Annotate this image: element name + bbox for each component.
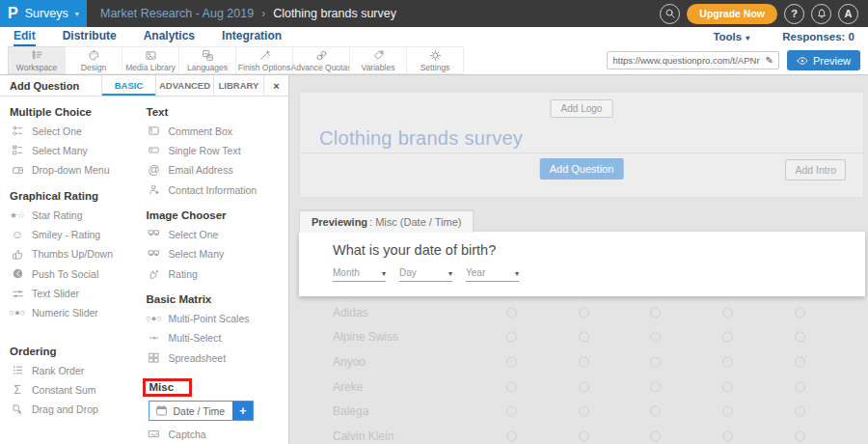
- toolbar-item-settings[interactable]: Settings: [406, 46, 464, 74]
- add-date-time-button[interactable]: +: [232, 402, 253, 420]
- add-logo-button[interactable]: Add Logo: [551, 99, 613, 118]
- radio-button[interactable]: [795, 356, 805, 367]
- qtype-image-select-one[interactable]: Select One: [147, 227, 288, 241]
- radio-button[interactable]: [795, 430, 805, 441]
- qtype-contact-information[interactable]: Contact Information: [147, 182, 288, 197]
- qtype-comment-box[interactable]: Comment Box: [147, 124, 288, 138]
- search-button[interactable]: [660, 4, 680, 24]
- survey-title[interactable]: Clothing brands survey: [319, 127, 523, 150]
- radio-button[interactable]: [579, 356, 589, 367]
- add-intro-button[interactable]: Add Intro: [785, 159, 846, 180]
- qtype-multi-point-scales[interactable]: ○●○Multi-Point Scales: [147, 311, 288, 325]
- toolbar-item-workspace[interactable]: Workspace: [8, 46, 66, 74]
- qtype-single-row-text[interactable]: Single Row Text: [147, 143, 288, 157]
- question-mark-icon: ?: [791, 8, 798, 19]
- radio-button[interactable]: [722, 307, 733, 318]
- qtype-image-rating[interactable]: Rating: [147, 266, 288, 281]
- radio-button[interactable]: [506, 406, 517, 417]
- radio-button[interactable]: [579, 406, 589, 417]
- radio-button[interactable]: [722, 430, 733, 441]
- radio-button[interactable]: [579, 332, 589, 343]
- monitors-icon: [147, 248, 162, 261]
- qtype-star-rating[interactable]: ★☆Star Rating: [10, 208, 147, 222]
- breadcrumb-current: Clothing brands survey: [273, 7, 396, 20]
- user-avatar[interactable]: A: [838, 4, 858, 24]
- qtype-drag-and-drop[interactable]: Drag and Drop: [10, 402, 147, 417]
- radio-button[interactable]: [722, 406, 733, 417]
- qtype-rank-order[interactable]: Rank Order: [10, 363, 147, 377]
- toolbar-item-advance-quotas[interactable]: Advance Quotas: [292, 46, 350, 74]
- tab-basic[interactable]: BASIC: [101, 75, 155, 96]
- product-menu[interactable]: P Surveys ▾: [0, 0, 87, 27]
- radio-button[interactable]: [579, 381, 589, 392]
- radio-button[interactable]: [650, 332, 661, 343]
- radio-button[interactable]: [506, 307, 517, 318]
- toolbar-item-variables[interactable]: Variables: [349, 46, 407, 74]
- radio-button[interactable]: [650, 307, 661, 318]
- qtype-email-address[interactable]: @Email Address: [147, 163, 288, 178]
- magic-wand-icon: [258, 49, 271, 62]
- qtype-date-time[interactable]: Date / Time +: [149, 401, 255, 421]
- radio-button[interactable]: [795, 406, 805, 417]
- radio-button[interactable]: [722, 356, 733, 367]
- radio-button[interactable]: [650, 430, 661, 441]
- breadcrumb-parent-link[interactable]: Market Research - Aug 2019: [100, 7, 254, 20]
- radio-button[interactable]: [506, 430, 517, 441]
- survey-url-input[interactable]: [612, 55, 760, 66]
- year-dropdown[interactable]: Year▾: [466, 267, 519, 282]
- qtype-select-many[interactable]: Select Many: [10, 143, 147, 157]
- qtype-spreadsheet[interactable]: Spreadsheet: [147, 350, 288, 365]
- qtype-numeric-slider[interactable]: ○●○Numeric Slider: [10, 306, 147, 320]
- toolbar-item-finish-options[interactable]: Finish Options: [235, 46, 293, 74]
- tab-distribute[interactable]: Distribute: [63, 27, 117, 46]
- radio-button[interactable]: [795, 307, 805, 318]
- notifications-button[interactable]: [811, 4, 831, 24]
- qtype-thumbs-up-down[interactable]: Thumbs Up/Down: [10, 247, 147, 262]
- radio-button[interactable]: [795, 332, 805, 343]
- qtype-select-one[interactable]: Select One: [10, 124, 147, 138]
- month-dropdown[interactable]: Month▾: [333, 267, 386, 282]
- edit-url-icon[interactable]: ✎: [765, 55, 773, 66]
- toolbar-item-languages[interactable]: Languages: [178, 46, 236, 74]
- day-dropdown[interactable]: Day▾: [399, 267, 452, 282]
- help-button[interactable]: ?: [784, 4, 804, 24]
- toolbar-item-media-library[interactable]: Media Library: [122, 46, 179, 74]
- table-row: Adidas: [299, 300, 865, 325]
- brand-label: Balega: [333, 404, 368, 418]
- tab-library[interactable]: LIBRARY: [213, 75, 263, 96]
- tab-advanced[interactable]: ADVANCED: [155, 75, 213, 96]
- radio-button[interactable]: [650, 356, 661, 367]
- radio-button[interactable]: [722, 381, 733, 392]
- tab-edit[interactable]: Edit: [14, 27, 36, 46]
- radio-button[interactable]: [579, 430, 589, 441]
- tab-integration[interactable]: Integration: [222, 27, 282, 46]
- brand-label: Alpine Swiss: [333, 330, 398, 344]
- qtype-text-slider[interactable]: Text Slider: [10, 286, 147, 300]
- radio-button[interactable]: [579, 307, 589, 318]
- thumb-icon: [10, 248, 25, 261]
- preview-button[interactable]: Preview: [787, 50, 860, 70]
- qtype-multi-select[interactable]: ▫▪▫Multi-Select: [147, 331, 288, 346]
- radio-button[interactable]: [506, 332, 517, 343]
- radio-button[interactable]: [795, 381, 805, 392]
- close-panel-button[interactable]: ×: [263, 75, 288, 96]
- tab-analytics[interactable]: Analytics: [144, 27, 195, 46]
- radio-button[interactable]: [650, 406, 661, 417]
- divider: [300, 153, 863, 153]
- section-title: Image Chooser: [147, 209, 288, 221]
- responses-count[interactable]: Responses: 0: [782, 31, 854, 42]
- qtype-push-to-social[interactable]: Push To Social: [10, 266, 147, 281]
- qtype-smiley-rating[interactable]: ☺Smiley - Rating: [10, 227, 147, 241]
- qtype-captcha[interactable]: Captcha: [147, 427, 288, 441]
- add-question-button[interactable]: Add Question: [540, 158, 624, 180]
- qtype-constant-sum[interactable]: ΣConstant Sum: [10, 382, 147, 397]
- radio-button[interactable]: [506, 356, 517, 367]
- qtype-dropdown-menu[interactable]: Drop-down Menu: [10, 163, 147, 178]
- qtype-image-select-many[interactable]: Select Many: [147, 247, 288, 262]
- radio-button[interactable]: [650, 381, 661, 392]
- toolbar-item-design[interactable]: Design: [65, 46, 122, 74]
- tools-menu[interactable]: Tools▾: [713, 31, 749, 42]
- radio-button[interactable]: [506, 381, 517, 392]
- upgrade-now-button[interactable]: Upgrade Now: [687, 4, 777, 24]
- radio-button[interactable]: [722, 332, 733, 343]
